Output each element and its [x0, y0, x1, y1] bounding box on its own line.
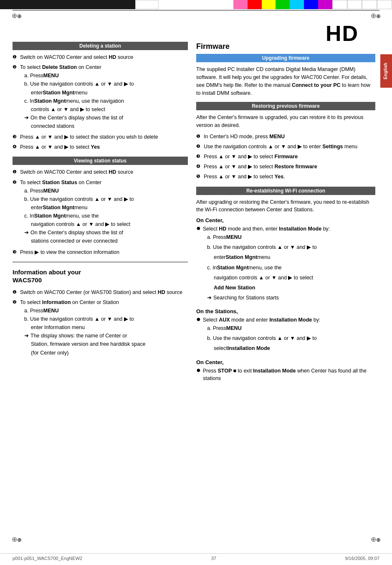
sub-list: a. Press MENU b. Use the navigation cont…: [24, 307, 188, 357]
list-item: ❸ Press ▲ or ▼ and ▶ to select Firmware: [196, 153, 375, 160]
on-center-list: ● Select HD mode and then, enter Install…: [196, 225, 375, 304]
right-column: Firmware Upgrading firmware The supplied…: [196, 42, 375, 540]
list-item: ❶ In Center's HD mode, press MENU: [196, 133, 375, 140]
on-center-label: On Center,: [196, 217, 375, 223]
upgrading-firmware-header: Upgrading firmware: [196, 54, 375, 62]
color-block: [113, 0, 135, 9]
deleting-station-header: Deleting a station: [13, 42, 188, 50]
color-block: [347, 0, 362, 9]
viewing-station-list: ❶ Switch on WAC700 Center and select HD …: [13, 168, 188, 256]
color-block: [248, 0, 262, 9]
list-item: ❺ Press ▲ or ▼ and ▶ to select Yes.: [196, 173, 375, 180]
info-section-heading: Information about yourWACS700: [13, 268, 188, 284]
color-block: [304, 0, 318, 9]
crosshair-top-right: ⊕: [371, 12, 377, 18]
list-item: ❸ Press ▲ or ▼ and ▶ to select the stati…: [13, 133, 188, 141]
color-block: [362, 0, 377, 9]
color-block: [23, 0, 45, 9]
list-item: ● Press STOP ■ to exit Installation Mode…: [196, 367, 375, 382]
top-color-bar-left: [0, 0, 159, 9]
on-stations-label: On the Stations,: [196, 308, 375, 314]
on-center2-label: On Center,: [196, 359, 375, 365]
reestablishing-wifi-intro: After upgrading or restoring the Center'…: [196, 198, 375, 214]
color-block: [68, 0, 90, 9]
deleting-station-list: ❶ Switch on WAC700 Center and select HD …: [13, 53, 188, 151]
color-block: [0, 0, 23, 9]
sub-list: a. Press MENU b. Use the navigation cont…: [24, 187, 188, 245]
list-item: ❷ To select Station Status on Center a. …: [13, 179, 188, 246]
left-column: Deleting a station ❶ Switch on WAC700 Ce…: [13, 42, 188, 540]
top-divider: [13, 10, 379, 10]
footer: p001-p051_WACS700_EngNEW2 37 9/16/2005, …: [0, 553, 392, 561]
reestablishing-wifi-header: Re-establishing Wi-Fi connection: [196, 187, 375, 195]
footer-center: 37: [211, 556, 216, 561]
list-item: ❷ Use the navigation controls ▲ or ▼ and…: [196, 143, 375, 150]
color-block: [233, 0, 248, 9]
list-item: ❶ Switch on WAC700 Center and select HD …: [13, 53, 188, 61]
color-block: [318, 0, 332, 9]
language-sidebar: English: [380, 54, 392, 88]
list-item: ❸ Press ▶ to view the connection informa…: [13, 248, 188, 256]
list-item: ❷ To select Information on Center or Sta…: [13, 299, 188, 357]
restoring-firmware-list: ❶ In Center's HD mode, press MENU ❷ Use …: [196, 133, 375, 181]
color-block: [377, 0, 392, 9]
sub-list: a. Press MENU b. Use the navigation cont…: [24, 72, 188, 130]
list-item: ❶ Switch on WAC700 Center and select HD …: [13, 168, 188, 176]
main-content: Deleting a station ❶ Switch on WAC700 Ce…: [13, 42, 375, 540]
color-block: [290, 0, 304, 9]
list-item: ❷ To select Delete Station on Center a. …: [13, 63, 188, 131]
color-block: [135, 0, 159, 9]
firmware-heading: Firmware: [196, 42, 375, 51]
crosshair-top-left: ⊕: [12, 12, 18, 18]
color-block: [332, 0, 347, 9]
sub-list: a. Press MENU b. Use the navigation cont…: [207, 233, 375, 302]
list-item: ❹ Press ▲ or ▼ and ▶ to select Restore f…: [196, 163, 375, 170]
footer-right: 9/16/2005, 09:07: [345, 556, 379, 561]
on-center2-list: ● Press STOP ■ to exit Installation Mode…: [196, 367, 375, 382]
on-stations-list: ● Select AUX mode and enter Installation…: [196, 316, 375, 355]
color-block: [262, 0, 276, 9]
viewing-station-header: Viewing station status: [13, 157, 188, 165]
section-divider: [13, 262, 188, 262]
color-block: [276, 0, 290, 9]
list-item: ❹ Press ▲ or ▼ and ▶ to select Yes: [13, 143, 188, 151]
sub-list: a. Press MENU b. Use the navigation cont…: [207, 324, 375, 352]
color-block: [90, 0, 113, 9]
list-item: ● Select AUX mode and enter Installation…: [196, 316, 375, 355]
list-item: ❶ Switch on WAC700 Center (or WAS700 Sta…: [13, 289, 188, 296]
top-color-bar-right: [233, 0, 392, 9]
color-block: [45, 0, 68, 9]
restoring-firmware-intro: After the Center's firmware is upgraded,…: [196, 114, 375, 129]
info-list: ❶ Switch on WAC700 Center (or WAS700 Sta…: [13, 289, 188, 357]
footer-left: p001-p051_WACS700_EngNEW2: [13, 556, 82, 561]
list-item: ● Select HD mode and then, enter Install…: [196, 225, 375, 304]
upgrading-firmware-body: The supplied PC Installer CD contains Di…: [196, 66, 375, 97]
restoring-firmware-header: Restoring previous firmware: [196, 102, 375, 110]
